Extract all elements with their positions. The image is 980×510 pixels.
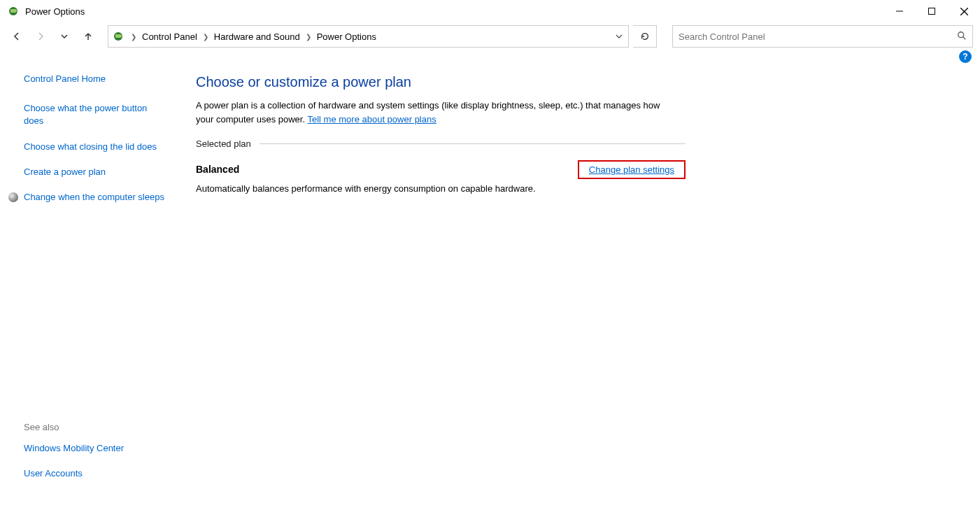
svg-rect-8 — [115, 34, 121, 38]
minimize-button[interactable] — [883, 0, 916, 22]
sidebar-link-create-plan[interactable]: Create a power plan — [24, 166, 168, 178]
control-panel-home-link[interactable]: Control Panel Home — [24, 73, 168, 85]
tell-me-more-link[interactable]: Tell me more about power plans — [307, 114, 436, 125]
up-button[interactable] — [78, 27, 98, 46]
svg-line-11 — [963, 36, 966, 39]
change-plan-settings-link[interactable]: Change plan settings — [589, 164, 674, 175]
search-icon[interactable] — [957, 31, 967, 43]
sidebar: Control Panel Home Choose what the power… — [0, 66, 175, 500]
recent-locations-button[interactable] — [55, 27, 74, 46]
page-heading: Choose or customize a power plan — [196, 74, 686, 90]
search-box[interactable] — [672, 25, 973, 48]
forward-button[interactable] — [31, 27, 50, 46]
svg-point-10 — [958, 31, 964, 37]
see-also-label: See also — [24, 422, 168, 432]
sidebar-link-power-button[interactable]: Choose what the power button does — [24, 102, 168, 127]
svg-rect-2 — [16, 10, 17, 12]
breadcrumb-item[interactable]: Control Panel — [139, 31, 200, 42]
divider — [260, 143, 686, 144]
address-history-dropdown[interactable] — [610, 33, 628, 40]
plan-description: Automatically balances performance with … — [196, 183, 672, 194]
svg-rect-9 — [121, 36, 122, 37]
window-controls — [883, 0, 980, 22]
power-options-icon — [7, 5, 20, 17]
power-options-icon — [108, 31, 128, 42]
search-input[interactable] — [679, 31, 957, 42]
breadcrumb-item[interactable]: Power Options — [314, 31, 379, 42]
sidebar-link-closing-lid[interactable]: Choose what closing the lid does — [24, 141, 168, 153]
chevron-right-icon[interactable]: ❯ — [128, 33, 139, 41]
plan-name: Balanced — [196, 164, 239, 175]
help-button[interactable]: ? — [959, 50, 972, 63]
maximize-button[interactable] — [916, 0, 948, 22]
page-description: A power plan is a collection of hardware… — [196, 99, 672, 126]
window-title: Power Options — [25, 6, 85, 17]
svg-rect-4 — [929, 8, 935, 15]
selected-plan-label: Selected plan — [196, 139, 251, 149]
see-also-mobility-center[interactable]: Windows Mobility Center — [24, 442, 168, 455]
sidebar-item-label: Change when the computer sleeps — [24, 192, 164, 202]
breadcrumb-item[interactable]: Hardware and Sound — [211, 31, 303, 42]
toolbar: ❯ Control Panel ❯ Hardware and Sound ❯ P… — [0, 22, 980, 50]
svg-rect-1 — [10, 9, 16, 13]
back-button[interactable] — [7, 27, 27, 46]
chevron-right-icon[interactable]: ❯ — [303, 33, 314, 41]
change-plan-settings-highlight: Change plan settings — [578, 160, 686, 179]
refresh-button[interactable] — [633, 25, 657, 48]
title-bar: Power Options — [0, 0, 980, 22]
chevron-right-icon[interactable]: ❯ — [200, 33, 211, 41]
see-also-user-accounts[interactable]: User Accounts — [24, 467, 168, 480]
sidebar-link-computer-sleeps[interactable]: Change when the computer sleeps — [24, 191, 168, 204]
main-content: Choose or customize a power plan A power… — [175, 66, 706, 500]
shield-icon — [8, 192, 18, 202]
breadcrumb: ❯ Control Panel ❯ Hardware and Sound ❯ P… — [128, 31, 610, 42]
address-bar[interactable]: ❯ Control Panel ❯ Hardware and Sound ❯ P… — [108, 25, 629, 48]
close-button[interactable] — [948, 0, 980, 22]
